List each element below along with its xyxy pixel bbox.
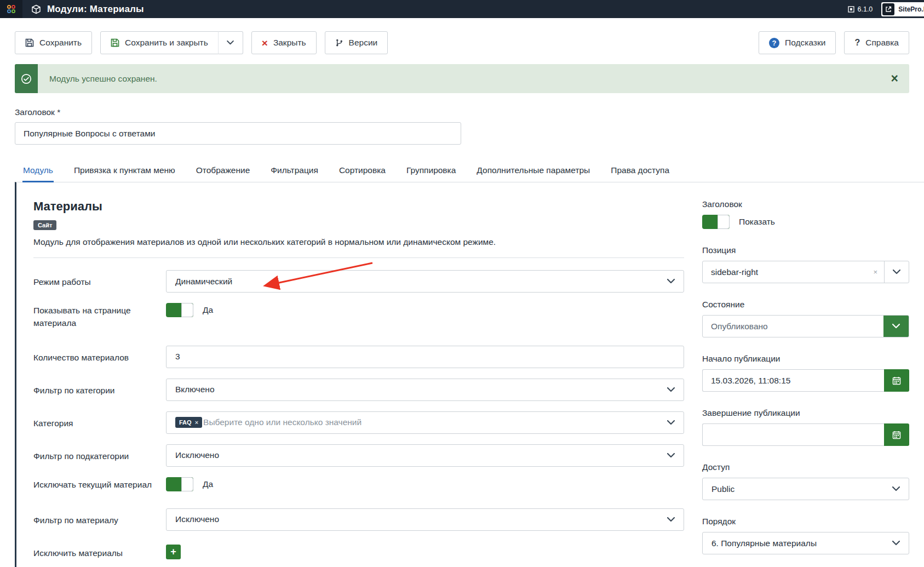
exclude-articles-label: Исключить материалы — [33, 541, 166, 559]
sitepro-label: SitePro.b — [898, 5, 924, 13]
calendar-icon — [892, 431, 901, 439]
external-link-icon — [882, 3, 894, 15]
count-input[interactable] — [166, 346, 684, 368]
article-filter-value: Исключено — [175, 514, 219, 524]
tab-permissions[interactable]: Права доступа — [610, 161, 670, 182]
category-filter-label: Фильтр по категории — [33, 379, 166, 397]
category-multiselect[interactable]: FAQ × Выберите одно или несколько значен… — [166, 411, 684, 434]
category-label: Категория — [33, 411, 166, 429]
joomla-logo[interactable] — [0, 0, 22, 18]
code-branch-icon — [335, 38, 343, 47]
divider — [33, 257, 684, 258]
show-title-value: Показать — [739, 217, 775, 227]
save-and-close-label: Сохранить и закрыть — [125, 38, 208, 48]
version-badge: 6.1.0 — [848, 5, 873, 13]
version-icon — [848, 6, 854, 13]
mode-label: Режим работы — [33, 270, 166, 288]
ordering-select[interactable]: 6. Популярные материалы — [702, 532, 909, 554]
module-tab-content: Материалы Сайт Модуль для отображения ма… — [15, 182, 924, 567]
toggle-knob — [181, 477, 193, 491]
position-combobox[interactable]: sidebar-right × — [702, 261, 909, 283]
site-badge: Сайт — [33, 220, 56, 230]
chevron-down-icon — [893, 270, 900, 274]
help-button[interactable]: ? Справка — [844, 31, 909, 54]
success-alert: Модуль успешно сохранен. × — [15, 64, 909, 93]
versions-label: Версии — [349, 38, 378, 48]
versions-button[interactable]: Версии — [325, 31, 388, 54]
publish-end-calendar-button[interactable] — [884, 423, 909, 446]
tab-filtering[interactable]: Фильтрация — [270, 161, 319, 182]
alert-close-button[interactable]: × — [880, 64, 909, 93]
ordering-value: 6. Популярные материалы — [711, 539, 817, 548]
subcategory-filter-select[interactable]: Исключено — [166, 444, 684, 467]
show-on-article-label: Показывать на странице материала — [33, 303, 166, 330]
module-heading: Материалы — [33, 199, 684, 214]
category-filter-select[interactable]: Включено — [166, 379, 684, 401]
sitepro-button[interactable]: SitePro.b — [881, 2, 924, 16]
position-dropdown-button[interactable] — [885, 270, 909, 274]
toggle-knob — [181, 303, 193, 317]
chevron-down-icon — [667, 420, 675, 425]
form-row-subcategory-filter: Фильтр по подкатегории Исключено — [33, 444, 684, 467]
chevron-down-icon — [667, 279, 675, 284]
state-select[interactable]: Опубликовано — [702, 315, 909, 337]
hints-button[interactable]: ? Подсказки — [759, 31, 836, 54]
tab-advanced[interactable]: Дополнительные параметры — [476, 161, 590, 182]
chevron-down-icon — [667, 517, 675, 522]
title-input[interactable] — [15, 122, 461, 145]
state-dropdown-button[interactable] — [883, 316, 909, 337]
show-title-group: Заголовок Показать — [702, 199, 909, 229]
form-row-exclude-current: Исключать текущий материал Да — [33, 477, 684, 491]
state-group: Состояние Опубликовано — [702, 300, 909, 337]
publish-end-input[interactable] — [702, 423, 884, 446]
exclude-current-value: Да — [203, 479, 213, 489]
position-label: Позиция — [702, 245, 909, 255]
tab-module[interactable]: Модуль — [22, 161, 54, 182]
publish-start-input[interactable] — [702, 369, 884, 392]
toolbar-left: Сохранить Сохранить и закрыть × Закрыть — [15, 31, 388, 54]
check-circle-icon — [21, 73, 32, 84]
ordering-group: Порядок 6. Популярные материалы — [702, 517, 909, 554]
question-icon: ? — [854, 38, 860, 48]
ordering-label: Порядок — [702, 517, 909, 526]
joomla-logo-icon — [7, 4, 16, 14]
tab-display[interactable]: Отображение — [196, 161, 251, 182]
show-title-toggle[interactable] — [702, 215, 730, 229]
form-row-show-on-article: Показывать на странице материала Да — [33, 303, 684, 330]
toggle-knob — [718, 215, 730, 229]
article-filter-select[interactable]: Исключено — [166, 508, 684, 531]
close-button[interactable]: × Закрыть — [251, 31, 317, 54]
tab-sorting[interactable]: Сортировка — [338, 161, 386, 182]
form-row-count: Количество материалов — [33, 346, 684, 368]
state-label: Состояние — [702, 300, 909, 310]
tab-menu-assignment[interactable]: Привязка к пунктам меню — [73, 161, 176, 182]
save-label: Сохранить — [39, 38, 82, 48]
show-title-label: Заголовок — [702, 199, 909, 209]
save-close-icon — [111, 38, 119, 47]
access-group: Доступ Public — [702, 462, 909, 500]
clear-icon[interactable]: × — [873, 268, 877, 276]
tag-remove-icon[interactable]: × — [195, 419, 198, 426]
form-row-mode: Режим работы Динамический — [33, 270, 684, 293]
chevron-down-icon — [892, 541, 900, 546]
save-button[interactable]: Сохранить — [15, 31, 92, 54]
chevron-down-icon — [892, 324, 900, 329]
mode-select[interactable]: Динамический — [166, 270, 684, 293]
alert-message: Модуль успешно сохранен. — [38, 64, 157, 93]
access-select[interactable]: Public — [702, 478, 909, 500]
add-excluded-article-button[interactable]: + — [166, 545, 181, 559]
form-row-category: Категория FAQ × Выберите одно или нескол… — [33, 411, 684, 434]
publish-start-calendar-button[interactable] — [884, 369, 909, 392]
publish-end-label: Завершение публикации — [702, 408, 909, 418]
save-and-close-button[interactable]: Сохранить и закрыть — [100, 31, 219, 54]
show-on-article-toggle[interactable] — [166, 303, 193, 317]
category-placeholder: Выберите одно или несколько значений — [203, 417, 361, 427]
tab-grouping[interactable]: Группировка — [406, 161, 456, 182]
alert-icon-box — [15, 64, 38, 93]
exclude-current-toggle[interactable] — [166, 477, 193, 491]
access-value: Public — [711, 484, 734, 494]
subcategory-filter-value: Исключено — [175, 450, 219, 460]
state-value: Опубликовано — [703, 316, 883, 337]
tab-bar: Модуль Привязка к пунктам меню Отображен… — [22, 161, 909, 182]
save-options-dropdown-button[interactable] — [218, 31, 243, 54]
